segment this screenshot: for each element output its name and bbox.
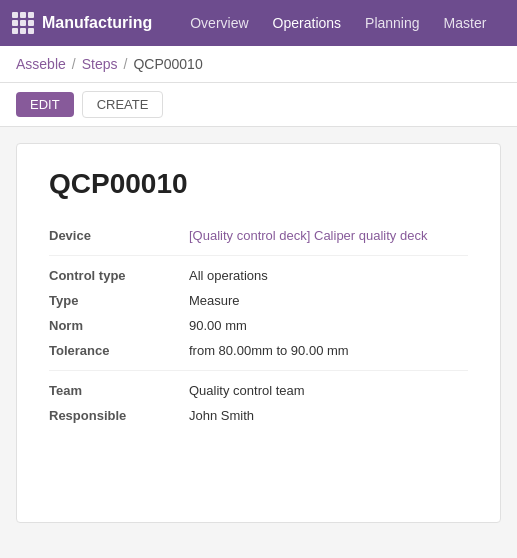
team-label: Team	[49, 383, 189, 398]
nav-overview[interactable]: Overview	[180, 11, 258, 35]
control-type-label: Control type	[49, 268, 189, 283]
action-bar: EDIT CREATE	[0, 83, 517, 127]
nav-master[interactable]: Master	[434, 11, 497, 35]
norm-label: Norm	[49, 318, 189, 333]
device-row: Device [Quality control deck] Caliper qu…	[49, 228, 468, 243]
breadcrumb-current: QCP00010	[133, 56, 202, 72]
grid-icon	[12, 12, 34, 34]
breadcrumb-sep2: /	[124, 56, 128, 72]
type-label: Type	[49, 293, 189, 308]
nav-links: Overview Operations Planning Master	[180, 11, 496, 35]
app-title: Manufacturing	[42, 14, 152, 32]
norm-row: Norm 90.00 mm	[49, 318, 468, 333]
top-nav: Manufacturing Overview Operations Planni…	[0, 0, 517, 46]
breadcrumb-parent1[interactable]: Asseble	[16, 56, 66, 72]
nav-planning[interactable]: Planning	[355, 11, 430, 35]
breadcrumb-parent2[interactable]: Steps	[82, 56, 118, 72]
app-logo[interactable]: Manufacturing	[12, 12, 152, 34]
record-title: QCP00010	[49, 168, 468, 200]
fields-section: Device [Quality control deck] Caliper qu…	[49, 228, 468, 435]
breadcrumb: Asseble / Steps / QCP00010	[0, 46, 517, 83]
create-button[interactable]: CREATE	[82, 91, 164, 118]
edit-button[interactable]: EDIT	[16, 92, 74, 117]
control-type-value: All operations	[189, 268, 268, 283]
responsible-value: John Smith	[189, 408, 254, 423]
device-label: Device	[49, 228, 189, 243]
nav-operations[interactable]: Operations	[263, 11, 351, 35]
type-value: Measure	[189, 293, 240, 308]
team-field-group: Team Quality control team Responsible Jo…	[49, 370, 468, 435]
team-row: Team Quality control team	[49, 383, 468, 398]
breadcrumb-sep1: /	[72, 56, 76, 72]
tolerance-value: from 80.00mm to 90.00 mm	[189, 343, 349, 358]
record-card: QCP00010 Device [Quality control deck] C…	[16, 143, 501, 523]
control-type-row: Control type All operations	[49, 268, 468, 283]
responsible-label: Responsible	[49, 408, 189, 423]
main-content: QCP00010 Device [Quality control deck] C…	[0, 127, 517, 539]
control-field-group: Control type All operations Type Measure…	[49, 255, 468, 370]
device-field-group: Device [Quality control deck] Caliper qu…	[49, 228, 468, 255]
device-value[interactable]: [Quality control deck] Caliper quality d…	[189, 228, 427, 243]
norm-value: 90.00 mm	[189, 318, 247, 333]
team-value: Quality control team	[189, 383, 305, 398]
tolerance-label: Tolerance	[49, 343, 189, 358]
responsible-row: Responsible John Smith	[49, 408, 468, 423]
tolerance-row: Tolerance from 80.00mm to 90.00 mm	[49, 343, 468, 358]
type-row: Type Measure	[49, 293, 468, 308]
